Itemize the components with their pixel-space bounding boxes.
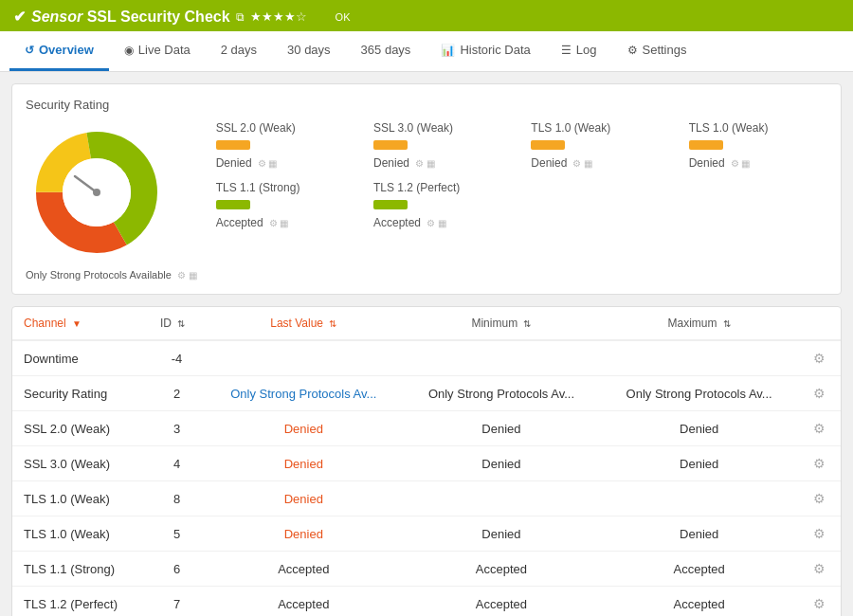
protocol-status-ssl30: Denied [373, 156, 409, 170]
status-check-icon: ✔ [13, 8, 26, 26]
bottom-label-icons: ⚙ ▦ [177, 270, 197, 281]
page-title: Sensor SSL Security Check [31, 9, 230, 26]
protocol-status-tls10-2: Denied [689, 156, 725, 170]
cell-channel: Security Rating [12, 376, 149, 411]
tab-overview[interactable]: ↺ Overview [9, 31, 109, 71]
cell-last-value: Only Strong Protocols Av... [205, 376, 403, 411]
tab-bar: ↺ Overview ◉ Live Data 2 days 30 days 36… [0, 31, 853, 72]
sort-icon-last-value: ⇅ [329, 318, 336, 329]
cell-channel: TLS 1.1 (Strong) [12, 552, 149, 587]
cell-channel: Downtime [12, 340, 149, 376]
protocol-icons-ssl30: ⚙ ▦ [415, 158, 435, 169]
cell-actions: ⚙ [798, 340, 841, 376]
cell-maximum: Accepted [600, 552, 798, 587]
row-gear-button[interactable]: ⚙ [809, 349, 829, 368]
cell-last-value: Denied [205, 446, 403, 481]
table-header-row: Channel ▼ ID ⇅ Last Value ⇅ Minimum ⇅ [12, 307, 841, 340]
tab-365days[interactable]: 365 days [346, 31, 426, 71]
protocol-status-ssl20: Denied [216, 156, 252, 170]
tab-historic-data[interactable]: 📊 Historic Data [426, 31, 545, 71]
cell-maximum [600, 340, 798, 376]
protocol-bar-ssl20 [216, 140, 250, 150]
cell-maximum [600, 481, 798, 516]
col-minimum[interactable]: Minimum ⇅ [403, 307, 601, 340]
cell-minimum [403, 340, 601, 376]
cell-last-value: Denied [205, 411, 403, 446]
header: ✔ Sensor SSL Security Check ⧉ ★★★★☆ OK [0, 0, 853, 31]
cell-last-value: Denied [205, 516, 403, 552]
col-id[interactable]: ID ⇅ [149, 307, 205, 340]
cell-maximum: Accepted [600, 587, 798, 617]
cell-minimum: Denied [403, 446, 601, 481]
tab-log[interactable]: ☰ Log [546, 31, 612, 71]
tab-2days[interactable]: 2 days [206, 31, 272, 71]
main-content: Security Rating [0, 72, 853, 616]
cell-id: 4 [149, 446, 205, 481]
protocol-icons-ssl20: ⚙ ▦ [258, 158, 278, 169]
cell-channel: TLS 1.2 (Perfect) [12, 587, 149, 617]
protocol-ssl20: SSL 2.0 (Weak) Denied ⚙ ▦ [216, 121, 354, 170]
cell-channel: TLS 1.0 (Weak) [12, 481, 149, 516]
external-link-icon[interactable]: ⧉ [236, 10, 245, 24]
row-gear-button[interactable]: ⚙ [809, 454, 829, 473]
cell-id: 2 [149, 376, 205, 411]
protocol-bar-ssl30 [373, 140, 408, 150]
protocol-tls10-1: TLS 1.0 (Weak) Denied ⚙ ▦ [531, 121, 669, 170]
protocol-tls10-2: TLS 1.0 (Weak) Denied ⚙ ▦ [689, 121, 827, 170]
protocol-icons-tls10-1: ⚙ ▦ [572, 158, 592, 169]
cell-maximum: Denied [600, 516, 798, 552]
row-gear-button[interactable]: ⚙ [809, 524, 829, 543]
cell-id: 7 [149, 587, 205, 617]
cell-maximum: Denied [600, 411, 798, 446]
col-maximum[interactable]: Maximum ⇅ [600, 307, 798, 340]
cell-last-value [205, 340, 403, 376]
tab-live-data[interactable]: ◉ Live Data [109, 31, 206, 71]
protocol-icons-tls10-2: ⚙ ▦ [731, 158, 751, 169]
cell-minimum: Accepted [403, 587, 601, 617]
log-icon: ☰ [561, 44, 572, 57]
protocol-status-tls11: Accepted [216, 216, 263, 229]
row-gear-button[interactable]: ⚙ [809, 489, 829, 508]
cell-channel: SSL 2.0 (Weak) [12, 411, 149, 446]
donut-chart [26, 121, 168, 263]
table-row: Security Rating2Only Strong Protocols Av… [12, 376, 841, 411]
tab-30days[interactable]: 30 days [272, 31, 346, 71]
cell-actions: ⚙ [798, 446, 841, 481]
security-bottom-label: Only Strong Protocols Available ⚙ ▦ [26, 263, 197, 281]
cell-minimum: Accepted [403, 552, 601, 587]
protocol-bar-tls10-1 [531, 140, 565, 150]
security-rating-panel: Security Rating [11, 83, 842, 295]
table-row: TLS 1.0 (Weak)8Denied⚙ [12, 481, 841, 516]
protocol-bar-tls11 [216, 200, 250, 209]
cell-id: 6 [149, 552, 205, 587]
table-row: TLS 1.0 (Weak)5DeniedDeniedDenied⚙ [12, 516, 841, 552]
row-gear-button[interactable]: ⚙ [809, 419, 829, 438]
protocol-bar-tls10-2 [689, 140, 723, 150]
protocol-ssl30: SSL 3.0 (Weak) Denied ⚙ ▦ [373, 121, 512, 170]
protocol-icons-tls12: ⚙ ▦ [426, 218, 446, 228]
cell-maximum: Only Strong Protocols Av... [600, 376, 798, 411]
row-gear-button[interactable]: ⚙ [809, 384, 829, 403]
sort-icon-minimum: ⇅ [523, 318, 531, 329]
security-rating-title: Security Rating [26, 98, 827, 112]
protocol-bar-tls12 [373, 200, 408, 209]
cell-channel: SSL 3.0 (Weak) [12, 446, 149, 481]
tab-settings[interactable]: ⚙ Settings [612, 31, 702, 71]
col-last-value[interactable]: Last Value ⇅ [205, 307, 403, 340]
row-gear-button[interactable]: ⚙ [809, 559, 829, 578]
cell-actions: ⚙ [798, 481, 841, 516]
row-gear-button[interactable]: ⚙ [809, 594, 829, 613]
protocol-status-tls12: Accepted [373, 216, 421, 229]
table-row: Downtime-4⚙ [12, 340, 841, 376]
table-row: SSL 2.0 (Weak)3DeniedDeniedDenied⚙ [12, 411, 841, 446]
svg-point-5 [93, 189, 100, 196]
col-channel[interactable]: Channel ▼ [12, 307, 149, 340]
cell-actions: ⚙ [798, 376, 841, 411]
cell-id: -4 [149, 340, 205, 376]
rating-stars[interactable]: ★★★★☆ [250, 9, 307, 24]
channels-table: Channel ▼ ID ⇅ Last Value ⇅ Minimum ⇅ [12, 307, 841, 616]
cell-maximum: Denied [600, 446, 798, 481]
cell-id: 8 [149, 481, 205, 516]
cell-actions: ⚙ [798, 411, 841, 446]
cell-last-value: Denied [205, 481, 403, 516]
